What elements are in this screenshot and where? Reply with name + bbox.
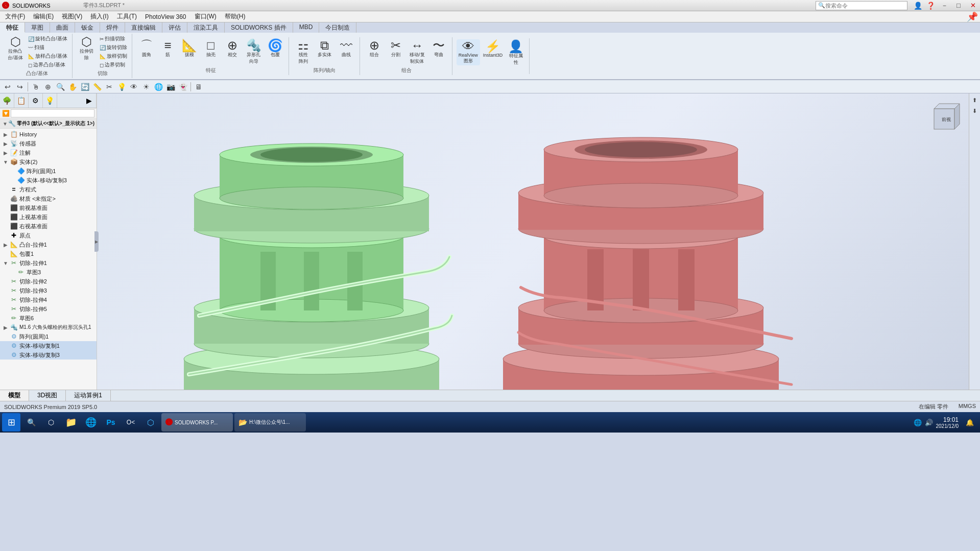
taskbar-search[interactable]: 🔍 (22, 413, 40, 432)
tb2-monitor[interactable]: 🖥 (193, 81, 204, 92)
btn-loft-boss[interactable]: 📐 放样凸台/基体 (27, 52, 69, 60)
panel-btn-feature-tree[interactable]: 🌳 (0, 93, 14, 108)
pin-icon[interactable]: 📌 (967, 11, 978, 22)
btn-sweep-boss[interactable]: 〰 扫描 (27, 43, 69, 52)
tree-m16-hole[interactable]: ▶ 🔩 M1.6 六角头螺栓的柱形沉头孔1 (0, 323, 97, 332)
tree-solid-move-copy3[interactable]: ⚙ 实体-移动/复制3 (0, 350, 97, 360)
btn-extrude-cut[interactable]: ⬡ 拉伸切除 (77, 35, 97, 62)
btn-split[interactable]: ✂ 分割 (386, 38, 406, 59)
start-button[interactable]: ⊞ (2, 413, 20, 432)
btn-feature-props[interactable]: 👤 特征属性 (506, 39, 526, 67)
tb2-hide[interactable]: 👻 (177, 81, 188, 92)
view-cube[interactable]: 前视 (924, 99, 965, 139)
tree-pattern-circular1b[interactable]: ⚙ 阵列(圆周)1 (0, 332, 97, 341)
tab-feature[interactable]: 特征 (0, 22, 25, 33)
tree-cut-extrude4[interactable]: ✂ 切除-拉伸4 (0, 295, 97, 304)
btn-combine[interactable]: ⊕ 组合 (364, 38, 385, 59)
tab-motion[interactable]: 运动算例1 (66, 390, 111, 401)
btn-multi-body[interactable]: ⧉ 多实体 (315, 38, 335, 59)
tree-sketch3[interactable]: ✏ 草图3 (0, 268, 97, 277)
btn-curve[interactable]: 〰 曲线 (336, 38, 356, 59)
tab-direct-edit[interactable]: 直接编辑 (125, 22, 162, 33)
tab-today[interactable]: 今日制造 (319, 22, 356, 33)
btn-sweep-cut[interactable]: ✂ 扫描切除 (98, 35, 129, 43)
menu-tools[interactable]: 工具(T) (113, 11, 141, 22)
taskbar-files[interactable]: 📁 (62, 413, 80, 432)
btn-flex[interactable]: 〜 弯曲 (428, 38, 449, 59)
restore-button[interactable]: □ (951, 0, 966, 11)
taskbar-chrome[interactable]: 🌐 (82, 413, 100, 432)
tb2-view[interactable]: 👁 (128, 81, 139, 92)
viewport[interactable]: 前视 ⬆ ⬇ (97, 93, 980, 390)
taskbar-app-hex[interactable]: ⬡ (141, 413, 160, 432)
tab-mbd[interactable]: MBD (293, 22, 320, 33)
btn-boundary-boss[interactable]: ◻ 边界凸台/基体 (27, 61, 69, 69)
menu-edit[interactable]: 编辑(E) (29, 11, 58, 22)
btn-revolve-cut[interactable]: 🔄 旋转切除 (98, 43, 129, 52)
tb2-measure[interactable]: 📏 (91, 81, 103, 92)
btn-wrap[interactable]: 🌀 包覆 (265, 38, 285, 59)
panel-resize-handle[interactable]: ▶ (94, 231, 99, 252)
taskbar-photoshop[interactable]: Ps (102, 413, 120, 432)
tree-history[interactable]: ▶ 📋 History (0, 130, 97, 139)
menu-view[interactable]: 视图(V) (58, 11, 86, 22)
tree-equations[interactable]: = 方程式 (0, 185, 97, 194)
btn-revolve-boss[interactable]: 🔄 旋转凸台/基体 (27, 35, 69, 43)
menu-file[interactable]: 文件(F) (1, 11, 29, 22)
tree-solid-move-copy1[interactable]: ⚙ 实体-移动/复制1 (0, 341, 97, 350)
btn-fillet[interactable]: ⌒ 圆角 (136, 38, 157, 59)
tree-cut-extrude5[interactable]: ✂ 切除-拉伸5 (0, 304, 97, 314)
tray-notification-icon[interactable]: 🔔 (966, 419, 974, 426)
tb2-pan[interactable]: ✋ (67, 81, 78, 92)
tree-cut-extrude2[interactable]: ✂ 切除-拉伸2 (0, 277, 97, 286)
tree-front-plane[interactable]: ⬛ 前视基准面 (0, 203, 97, 212)
minimize-button[interactable]: － (937, 0, 951, 11)
btn-rib[interactable]: ≡ 筋 (158, 38, 178, 59)
btn-boundary-cut[interactable]: ◻ 边界切制 (98, 61, 129, 69)
tb2-section[interactable]: ✂ (104, 81, 115, 92)
tb2-select[interactable]: 🖱 (30, 81, 41, 92)
tb2-zoom-window[interactable]: 🔍 (55, 81, 66, 92)
tree-right-plane[interactable]: ⬛ 右视基准面 (0, 222, 97, 231)
tree-boss-extrude1[interactable]: ▶ 📐 凸台-拉伸1 (0, 240, 97, 249)
btn-draft[interactable]: 📐 拔模 (179, 38, 200, 59)
tab-render[interactable]: 渲染工具 (187, 22, 225, 33)
tb2-light[interactable]: ☀ (140, 81, 152, 92)
tree-wrap1[interactable]: 📐 包覆1 (0, 249, 97, 258)
btn-hole-wizard[interactable]: 🔩 异形孔向导 (244, 38, 264, 66)
btn-intersect[interactable]: ⊕ 相交 (222, 38, 243, 59)
tb2-arrow[interactable]: ↩ (2, 81, 13, 92)
tree-solid-bodies[interactable]: ▼ 📦 实体(2) (0, 157, 97, 166)
tree-sensors[interactable]: ▶ 📡 传感器 (0, 139, 97, 148)
menu-photoview[interactable]: PhotoView 360 (141, 12, 190, 21)
btn-instant3d[interactable]: ⚡ Instant3D (481, 39, 505, 59)
tree-top-plane[interactable]: ⬛ 上视基准面 (0, 212, 97, 222)
btn-extrude-boss[interactable]: ⬡ 拉伸凸台/基体 (5, 35, 26, 62)
rmt-down[interactable]: ⬇ (970, 106, 979, 115)
search-input[interactable] (825, 3, 897, 9)
tree-cut-extrude1[interactable]: ▼ ✂ 切除-拉伸1 (0, 258, 97, 268)
tree-part-name[interactable]: ▼ 🔧 零件3 (默认<<默认>_显示状态 1>) (0, 119, 97, 129)
tb2-scene[interactable]: 🌐 (153, 81, 164, 92)
btn-loft-cut[interactable]: 📐 放样切制 (98, 52, 129, 60)
taskbar-cortana[interactable]: ⬡ (42, 413, 60, 432)
tree-material[interactable]: 🪨 材质 <未指定> (0, 194, 97, 203)
btn-realview[interactable]: 👁 RealView图形 (457, 39, 480, 65)
tab-surface[interactable]: 曲面 (50, 22, 75, 33)
btn-move-copy[interactable]: ↔ 移动/复制实体 (407, 38, 427, 66)
tree-annotations[interactable]: ▶ 📝 注解 (0, 148, 97, 157)
panel-btn-property[interactable]: 📋 (14, 93, 29, 108)
panel-btn-config[interactable]: ⚙ (29, 93, 43, 108)
tree-origin[interactable]: ✚ 原点 (0, 231, 97, 240)
close-button[interactable]: ✕ (966, 0, 980, 11)
tab-weldment[interactable]: 焊件 (100, 22, 125, 33)
menu-window[interactable]: 窗口(W) (190, 11, 221, 22)
menu-help[interactable]: 帮助(H) (221, 11, 250, 22)
taskbar-sw-active[interactable]: 🅢 SOLIDWORKS P... (161, 413, 233, 432)
tree-cut-extrude3[interactable]: ✂ 切除-拉伸3 (0, 286, 97, 295)
tb2-rotate[interactable]: 🔄 (79, 81, 90, 92)
tab-model[interactable]: 模型 (0, 390, 29, 401)
taskbar-folder[interactable]: 📂 H:\微信公众号\1... (234, 413, 306, 432)
tb2-display[interactable]: 💡 (116, 81, 127, 92)
tree-pattern-circular1[interactable]: 🔷 阵列(圆周)1 (0, 166, 97, 176)
